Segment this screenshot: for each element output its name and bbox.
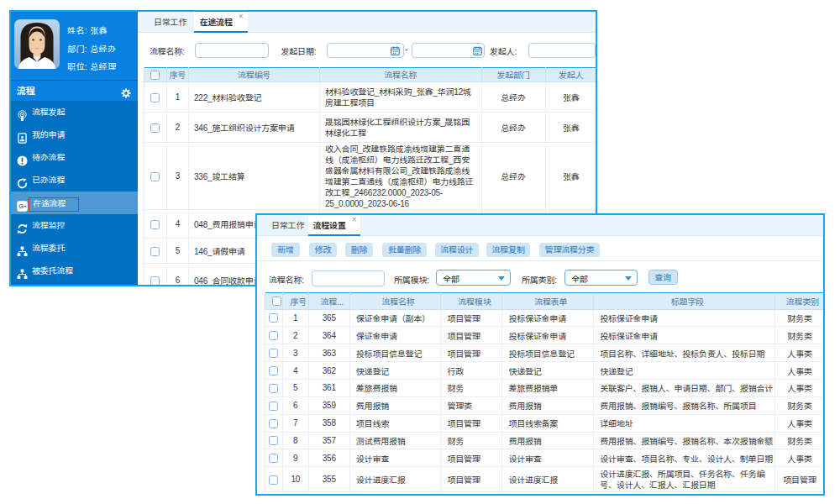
svg-text:G: G [18,202,24,210]
